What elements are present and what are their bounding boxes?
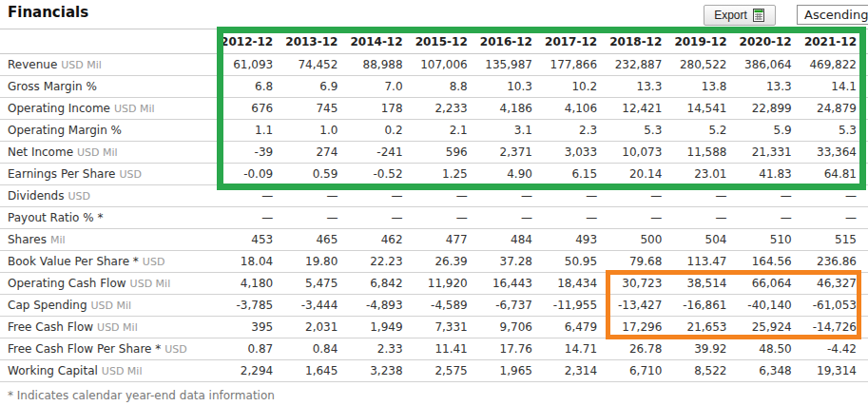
table-row: Free Cash Flow Per Share *USD0.870.842.3…	[0, 338, 868, 360]
row-unit: USD Mil	[130, 278, 171, 290]
cell-value: —	[673, 207, 738, 229]
row-unit: USD	[68, 190, 90, 203]
table-row: Gross Margin %6.86.97.08.810.310.213.313…	[0, 76, 868, 98]
row-unit: Mil	[50, 234, 66, 246]
cell-value: -3,444	[284, 295, 349, 317]
cell-value: 395	[220, 317, 284, 338]
cell-value: 465	[284, 229, 349, 251]
row-label-text: Operating Margin %	[8, 124, 122, 137]
cell-value: 8,522	[673, 360, 738, 382]
cell-value: 64.81	[803, 164, 868, 185]
cell-value: 66,064	[739, 273, 803, 295]
cell-value: 11.41	[415, 338, 479, 360]
table-row: Operating Margin %1.11.00.22.13.12.35.35…	[0, 120, 868, 142]
row-label-text: Net Income	[8, 145, 73, 159]
cell-value: 274	[284, 142, 349, 164]
cell-value: 14.1	[803, 76, 868, 98]
export-button[interactable]: Export	[704, 5, 776, 26]
table-row: RevenueUSD Mil61,09374,45288,988107,0061…	[0, 54, 868, 76]
row-label: Gross Margin %	[0, 76, 220, 98]
row-label: Payout Ratio % *	[0, 207, 220, 229]
column-header: 2013-12	[284, 29, 349, 54]
cell-value: 236.86	[803, 251, 868, 273]
cell-value: 3,238	[349, 360, 414, 382]
cell-value: —	[284, 207, 349, 229]
cell-value: 2,371	[479, 142, 544, 164]
cell-value: 18.04	[220, 251, 284, 273]
cell-value: 9,706	[479, 317, 544, 338]
cell-value: 8.8	[415, 76, 479, 98]
cell-value: —	[544, 207, 608, 229]
cell-value: 1.0	[284, 120, 349, 142]
row-label: RevenueUSD Mil	[0, 54, 220, 76]
column-header: 2014-12	[349, 29, 414, 54]
cell-value: 74,452	[284, 54, 349, 76]
cell-value: 469,822	[803, 54, 868, 76]
sort-order-select[interactable]: Ascending	[797, 5, 868, 25]
cell-value: 6.8	[220, 76, 284, 98]
cell-value: 596	[415, 142, 479, 164]
cell-value: -0.09	[220, 164, 284, 185]
cell-value: 5.3	[803, 120, 868, 142]
table-row: Operating Cash FlowUSD Mil4,1805,4756,84…	[0, 273, 868, 295]
column-header: 2017-12	[544, 29, 608, 54]
cell-value: 11,920	[415, 273, 479, 295]
column-header: 2019-12	[673, 29, 738, 54]
cell-value: 493	[544, 229, 608, 251]
cell-value: 500	[608, 229, 673, 251]
cell-value: 4,186	[479, 98, 544, 120]
row-label: Book Value Per Share *USD	[0, 251, 220, 273]
cell-value: -40,140	[739, 295, 803, 317]
cell-value: —	[415, 185, 479, 207]
cell-value: -3,785	[220, 295, 284, 317]
cell-value: 0.59	[284, 164, 349, 185]
cell-value: 14,541	[673, 98, 738, 120]
cell-value: -61,053	[803, 295, 868, 317]
cell-value: 21,653	[673, 317, 738, 338]
cell-value: 48.50	[739, 338, 803, 360]
row-label-text: Gross Margin %	[8, 80, 97, 93]
cell-value: 46,327	[803, 273, 868, 295]
cell-value: 232,887	[608, 54, 673, 76]
cell-value: -4,893	[349, 295, 414, 317]
row-unit: USD Mil	[61, 59, 102, 71]
cell-value: -4,589	[415, 295, 479, 317]
column-header: 2016-12	[479, 29, 544, 54]
cell-value: —	[803, 185, 868, 207]
cell-value: -39	[220, 142, 284, 164]
cell-value: —	[415, 207, 479, 229]
cell-value: 37.28	[479, 251, 544, 273]
cell-value: 10.3	[479, 76, 544, 98]
table-row: Operating IncomeUSD Mil6767451782,2334,1…	[0, 98, 868, 120]
row-label: Working CapitalUSD Mil	[0, 360, 220, 382]
row-label: Cap SpendingUSD Mil	[0, 295, 220, 317]
header-row: 2012-122013-122014-122015-122016-122017-…	[0, 29, 868, 54]
row-label: Free Cash Flow Per Share *USD	[0, 338, 220, 360]
cell-value: 17,296	[608, 317, 673, 338]
row-label: Operating Cash FlowUSD Mil	[0, 273, 220, 295]
cell-value: -16,861	[673, 295, 738, 317]
cell-value: 107,006	[415, 54, 479, 76]
cell-value: 2,031	[284, 317, 349, 338]
cell-value: 2.3	[544, 120, 608, 142]
cell-value: 2,575	[415, 360, 479, 382]
row-label: DividendsUSD	[0, 185, 220, 207]
column-header: 2015-12	[415, 29, 479, 54]
cell-value: 33,364	[803, 142, 868, 164]
cell-value: 3,033	[544, 142, 608, 164]
cell-value: 11,588	[673, 142, 738, 164]
cell-value: -11,955	[544, 295, 608, 317]
cell-value: 10.2	[544, 76, 608, 98]
cell-value: 88,988	[349, 54, 414, 76]
cell-value: 1,645	[284, 360, 349, 382]
row-label: Free Cash FlowUSD Mil	[0, 317, 220, 338]
row-label-text: Shares	[8, 233, 47, 246]
cell-value: 79.68	[608, 251, 673, 273]
cell-value: 23.01	[673, 164, 738, 185]
cell-value: 1,949	[349, 317, 414, 338]
cell-value: 510	[739, 229, 803, 251]
cell-value: -13,427	[608, 295, 673, 317]
cell-value: -6,737	[479, 295, 544, 317]
table-body: RevenueUSD Mil61,09374,45288,988107,0061…	[0, 54, 868, 382]
cell-value: —	[349, 207, 414, 229]
